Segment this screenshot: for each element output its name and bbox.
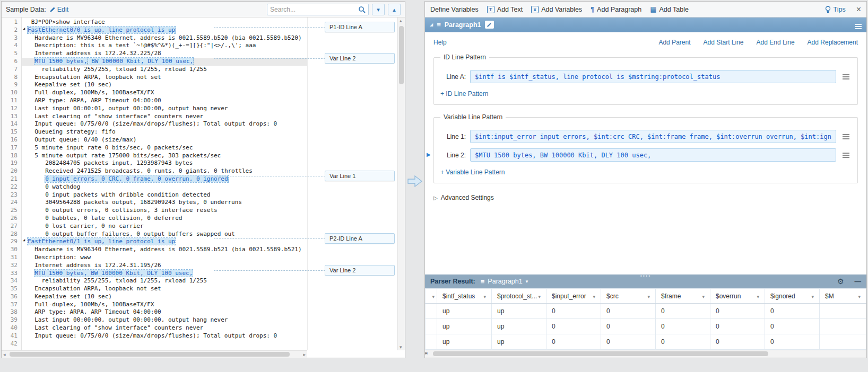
search-next-button[interactable]: ▾ — [372, 4, 385, 15]
annotation-tag[interactable]: P1-ID Line A — [325, 22, 395, 32]
code-line[interactable]: Encapsulation ARPA, loopback not set — [22, 74, 307, 82]
code-line[interactable]: 3049564288 packets output, 1682909243 by… — [22, 199, 307, 207]
result-column-header[interactable]: ▾$crc — [601, 289, 656, 304]
fold-toggle-icon[interactable]: ◢ — [23, 238, 25, 242]
code-line[interactable]: Full-duplex, 100Mb/s, 100BaseTX/FX — [22, 89, 307, 97]
code-line[interactable]: Keepalive set (10 sec) — [22, 81, 307, 89]
variable-line-2-input[interactable]: $MTU 1500 bytes, BW 100000 Kbit, DLY 100… — [470, 148, 836, 162]
code-line[interactable]: Hardware is MV96340 Ethernet, address is… — [22, 246, 307, 254]
code-line[interactable]: Last input 00:00:01, output 00:00:00, ou… — [22, 105, 307, 113]
result-column-header[interactable]: ▾$input_error — [546, 289, 601, 304]
result-horizontal-scrollbar[interactable]: ◂ ▸ — [425, 350, 866, 358]
code-line[interactable]: BJ*POP>show interface — [22, 19, 307, 26]
scroll-up-icon[interactable]: ▴ — [400, 18, 402, 23]
close-icon[interactable]: × — [856, 5, 861, 14]
result-row[interactable]: upup00000 — [426, 334, 866, 350]
code-line[interactable]: 0 babbles, 0 late collision, 0 deferred — [22, 215, 307, 223]
result-column-header[interactable]: ▾$M — [820, 289, 866, 304]
add-start-line-link[interactable]: Add Start Line — [703, 39, 743, 46]
add-text-button[interactable]: T Add Text — [487, 6, 523, 13]
filter-chevron-icon[interactable]: ▾ — [432, 294, 435, 299]
vertical-scroll-thumb[interactable] — [399, 26, 404, 84]
code-line[interactable]: Last clearing of "show interface" counte… — [22, 324, 307, 332]
result-row[interactable]: upup00000 — [426, 304, 866, 319]
result-column-header[interactable]: ▾$intf_status — [437, 289, 492, 304]
code-line[interactable]: reliability 255/255, txload 1/255, rxloa… — [22, 66, 307, 74]
code-line[interactable]: ◢FastEthernet0/1 is up, line protocol is… — [22, 238, 307, 246]
add-variables-button[interactable]: x Add Variables — [531, 6, 582, 13]
add-end-line-link[interactable]: Add End Line — [757, 39, 795, 46]
variable-line-1-input[interactable]: $int:input_error input errors, $int:crc … — [470, 130, 836, 143]
search-input[interactable] — [270, 6, 358, 13]
code-line[interactable]: 0 input errors, 0 CRC, 0 frame, 0 overru… — [22, 175, 307, 183]
code-line[interactable]: MTU 1500 bytes, BW 100000 Kbit, DLY 100 … — [22, 58, 307, 66]
code-line[interactable]: 5 minute output rate 175000 bits/sec, 30… — [22, 152, 307, 160]
result-scroll-thumb[interactable] — [433, 351, 768, 356]
result-column-header[interactable]: ▾$frame — [656, 289, 710, 304]
scroll-right-icon[interactable]: ▸ — [303, 352, 306, 357]
filter-chevron-icon[interactable]: ▾ — [702, 294, 705, 299]
horizontal-scrollbar[interactable]: ◂ ▸ — [2, 350, 307, 358]
code-line[interactable]: 0 input packets with dribble condition d… — [22, 191, 307, 199]
code-line[interactable]: Received 2471525 broadcasts, 0 runts, 0 … — [22, 167, 307, 175]
filter-chevron-icon[interactable]: ▾ — [757, 294, 759, 299]
search-prev-button[interactable]: ▴ — [388, 4, 401, 15]
filter-chevron-icon[interactable]: ▾ — [593, 294, 595, 299]
fold-toggle-icon[interactable]: ◢ — [23, 26, 25, 31]
code-line[interactable]: 5 minute input rate 0 bits/sec, 0 packet… — [22, 144, 307, 152]
paragraph-selector-dropdown[interactable]: ≡ Paragraph1 ▾ — [481, 278, 528, 286]
advanced-settings-toggle[interactable]: ▷ Advanced Settings — [433, 194, 858, 201]
add-parent-link[interactable]: Add Parent — [658, 39, 690, 46]
resize-drag-handle[interactable]: •••• — [640, 273, 652, 279]
code-line[interactable]: Encapsulation ARPA, loopback not set — [22, 285, 307, 293]
annotation-tag[interactable]: Var Line 2 — [325, 265, 395, 276]
annotation-tag[interactable]: Var Line 1 — [325, 171, 395, 181]
code-line[interactable]: Description: www — [22, 254, 307, 262]
collapse-icon[interactable]: ◢ — [430, 22, 433, 27]
filter-chevron-icon[interactable]: ▾ — [811, 294, 814, 299]
result-column-header[interactable]: ▾$overrun — [710, 289, 765, 304]
code-line[interactable]: Last clearing of "show interface" counte… — [22, 113, 307, 121]
code-content[interactable]: BJ*POP>show interface◢FastEthernet0/0 is… — [22, 17, 307, 350]
variable-line-1-menu-icon[interactable] — [840, 136, 851, 137]
code-line[interactable]: 0 output buffer failures, 0 output buffe… — [22, 231, 307, 238]
collapse-panel-icon[interactable]: — — [855, 278, 862, 285]
code-line[interactable]: 0 lost carrier, 0 no carrier — [22, 223, 307, 231]
edit-sample-data-button[interactable]: Edit — [49, 6, 69, 13]
code-line[interactable]: Output queue: 0/40 (size/max) — [22, 136, 307, 144]
add-paragraph-button[interactable]: ¶ Add Paragraph — [591, 5, 641, 13]
code-line[interactable]: ◢FastEthernet0/0 is up, line protocol is… — [22, 26, 307, 34]
result-row[interactable]: upup00000 — [426, 319, 866, 334]
scroll-left-icon[interactable]: ◂ — [3, 352, 6, 357]
filter-chevron-icon[interactable]: ▾ — [538, 294, 541, 299]
add-table-button[interactable]: ▦ Add Table — [650, 5, 689, 13]
code-line[interactable]: reliability 255/255, txload 1/255, rxloa… — [22, 277, 307, 285]
add-replacement-link[interactable]: Add Replacement — [808, 39, 858, 46]
code-line[interactable]: Input queue: 0/75/0/0 (size/max/drops/fl… — [22, 332, 307, 340]
rename-paragraph-icon[interactable] — [485, 21, 494, 29]
filter-chevron-icon[interactable]: ▾ — [858, 294, 861, 299]
code-line[interactable]: 2082484705 packets input, 1293987943 byt… — [22, 160, 307, 167]
code-line[interactable]: Full-duplex, 100Mb/s, 100BaseTX/FX — [22, 301, 307, 309]
code-line[interactable]: Last input 00:00:00, output 00:00:00, ou… — [22, 316, 307, 324]
code-line[interactable]: 0 output errors, 0 collisions, 3 interfa… — [22, 207, 307, 215]
annotation-tag[interactable]: P2-ID Line A — [325, 233, 395, 244]
result-column-header[interactable]: ▾$protocol_st... — [492, 289, 546, 304]
settings-gear-icon[interactable]: ⚙ — [837, 277, 844, 286]
code-line[interactable]: Hardware is MV96340 Ethernet, address is… — [22, 34, 307, 42]
paragraph-header[interactable]: ◢ ≡ Paragraph1 — [425, 17, 866, 32]
variable-line-2-menu-icon[interactable] — [840, 155, 851, 156]
code-line[interactable]: Input queue: 0/75/0/0 (size/max/drops/fl… — [22, 120, 307, 128]
id-line-a-menu-icon[interactable] — [840, 76, 851, 77]
code-line[interactable] — [22, 340, 307, 348]
code-line[interactable]: ARP type: ARPA, ARP Timeout 04:00:00 — [22, 97, 307, 105]
add-id-line-pattern-link[interactable]: + ID Line Pattern — [440, 90, 488, 98]
filter-chevron-icon[interactable]: ▾ — [483, 294, 486, 299]
add-variable-line-pattern-link[interactable]: + Variable Line Pattern — [440, 169, 505, 176]
paragraph-menu-icon[interactable] — [855, 21, 862, 29]
code-line[interactable]: Keepalive set (10 sec) — [22, 293, 307, 301]
code-line[interactable]: 0 watchdog — [22, 183, 307, 191]
filter-chevron-icon[interactable]: ▾ — [647, 294, 650, 299]
scroll-down-icon[interactable]: ▾ — [400, 344, 402, 350]
annotation-tag[interactable]: Var Line 2 — [325, 53, 395, 64]
